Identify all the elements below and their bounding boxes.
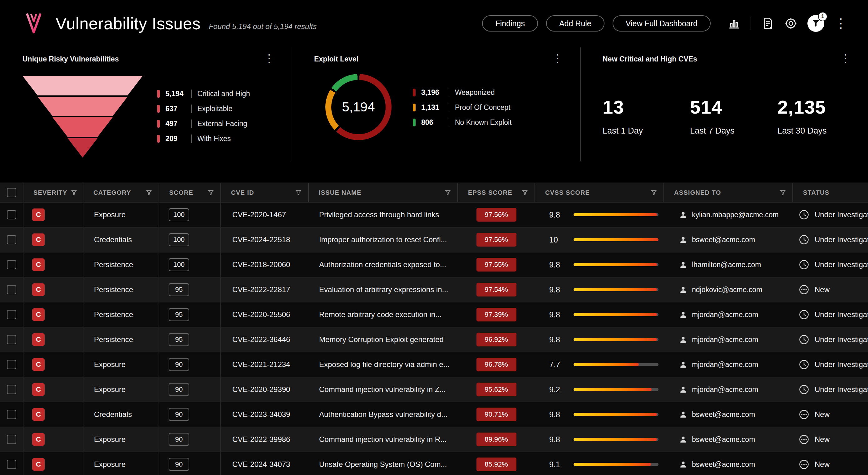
status-cell[interactable]: Under Investigation [793, 202, 868, 227]
severity-cell: C [23, 377, 83, 402]
scan-target-icon[interactable] [784, 17, 798, 30]
score-cell: 95 [159, 327, 221, 352]
status-cell[interactable]: New [793, 452, 868, 475]
column-label: CVSS Score [545, 189, 590, 196]
analytics-chart-icon[interactable] [727, 17, 741, 30]
view-full-dashboard-button[interactable]: View Full Dashboard [613, 15, 711, 32]
kebab-menu-icon[interactable]: ⋮ [834, 17, 847, 30]
cve-id-cell[interactable]: CVE-2020-29390 [221, 377, 308, 402]
column-header-issue-name[interactable]: Issue Name [308, 183, 458, 202]
table-row[interactable]: C Persistence 95 CVE-2022-36446 Memory C… [0, 327, 868, 352]
table-row[interactable]: C Credentials 90 CVE-2023-34039 Authenti… [0, 402, 868, 427]
epss-score-badge: 97.55% [476, 258, 517, 272]
column-header-score[interactable]: Score [159, 183, 221, 202]
filter-button[interactable]: 1 [807, 15, 824, 32]
column-filter-icon[interactable] [779, 189, 786, 196]
toolbar-icons: 1 ⋮ [727, 15, 847, 32]
add-rule-button[interactable]: Add Rule [546, 15, 604, 32]
row-checkbox[interactable] [7, 460, 16, 469]
row-checkbox[interactable] [7, 360, 16, 369]
select-all-header[interactable] [0, 183, 23, 202]
column-header-severity[interactable]: Severity [23, 183, 83, 202]
issue-name-cell[interactable]: Evaluation of arbitrary expressions in..… [308, 277, 458, 302]
cvss-score-fill [574, 388, 652, 391]
issue-name-cell[interactable]: Remote arbitrary code execution in... [308, 302, 458, 327]
donut-total: 5,194 [326, 74, 392, 140]
status-cell[interactable]: Under Investigation [793, 377, 868, 402]
status-cell[interactable]: Under Investigation [793, 327, 868, 352]
issue-name-cell[interactable]: Command injection vulnerability in R... [308, 427, 458, 452]
table-row[interactable]: C Persistence 95 CVE-2022-22817 Evaluati… [0, 277, 868, 302]
row-checkbox[interactable] [7, 335, 16, 344]
panel-kebab-menu-icon[interactable]: ⋮ [840, 52, 851, 65]
issue-name-cell[interactable]: Memory Corruption Exploit generated [308, 327, 458, 352]
issue-name-cell[interactable]: Privileged access through hard links [308, 202, 458, 227]
column-header-cvss-score[interactable]: CVSS Score [535, 183, 664, 202]
column-filter-icon[interactable] [521, 189, 528, 196]
epss-score-cell: 96.92% [458, 327, 535, 352]
cvss-score-bar [574, 238, 658, 241]
report-document-icon[interactable] [761, 17, 774, 30]
cve-id-cell[interactable]: CVE-2022-22817 [221, 277, 308, 302]
column-header-assigned-to[interactable]: Assigned To [664, 183, 793, 202]
legend-marker [413, 89, 415, 96]
status-cell[interactable]: Under Investigation [793, 302, 868, 327]
column-header-epss-score[interactable]: EPSS Score [458, 183, 535, 202]
column-filter-icon[interactable] [650, 189, 657, 196]
table-row[interactable]: C Exposure 90 CVE-2022-39986 Command inj… [0, 427, 868, 452]
row-checkbox[interactable] [7, 385, 16, 394]
cve-id-cell[interactable]: CVE-2018-20060 [221, 252, 308, 277]
table-row[interactable]: C Persistence 95 CVE-2020-25506 Remote a… [0, 302, 868, 327]
status-icon [798, 334, 810, 345]
status-cell[interactable]: Under Investigation [793, 352, 868, 377]
column-header-status[interactable]: Status [793, 183, 868, 202]
row-checkbox[interactable] [7, 435, 16, 444]
cve-id-cell[interactable]: CVE-2021-21234 [221, 352, 308, 377]
issue-name-cell[interactable]: Unsafe Operating System (OS) Com... [308, 452, 458, 475]
row-checkbox[interactable] [7, 285, 16, 294]
issue-name-cell[interactable]: Authentication Bypass vulnerability d... [308, 402, 458, 427]
cve-id-cell[interactable]: CVE-2022-36446 [221, 327, 308, 352]
status-cell[interactable]: New [793, 427, 868, 452]
status-label: Under Investigation [815, 235, 868, 244]
row-checkbox[interactable] [7, 260, 16, 269]
status-cell[interactable]: Under Investigation [793, 227, 868, 252]
issue-name-cell[interactable]: Authorization credentials exposed to... [308, 252, 458, 277]
issue-name-cell[interactable]: Improper authorization to reset Confl... [308, 227, 458, 252]
column-filter-icon[interactable] [146, 189, 152, 196]
issue-name-cell[interactable]: Command injection vulnerability in Z... [308, 377, 458, 402]
status-cell[interactable]: New [793, 277, 868, 302]
issue-name-cell[interactable]: Exposed log file directory via admin e..… [308, 352, 458, 377]
column-header-cve-id[interactable]: CVE ID [221, 183, 308, 202]
row-checkbox[interactable] [7, 210, 16, 219]
table-row[interactable]: C Exposure 90 CVE-2020-29390 Command inj… [0, 377, 868, 402]
funnel-layer [23, 76, 143, 95]
status-cell[interactable]: New [793, 402, 868, 427]
column-filter-icon[interactable] [70, 189, 78, 196]
column-filter-icon[interactable] [207, 189, 214, 196]
panel-kebab-menu-icon[interactable]: ⋮ [264, 52, 275, 65]
cve-id-cell[interactable]: CVE-2024-34073 [221, 452, 308, 475]
row-checkbox[interactable] [7, 410, 16, 419]
column-filter-icon[interactable] [295, 189, 302, 196]
cve-id-cell[interactable]: CVE-2020-25506 [221, 302, 308, 327]
cve-id-cell[interactable]: CVE-2022-39986 [221, 427, 308, 452]
table-row[interactable]: C Exposure 90 CVE-2021-21234 Exposed log… [0, 352, 868, 377]
table-row[interactable]: C Persistence 100 CVE-2018-20060 Authori… [0, 252, 868, 277]
column-header-category[interactable]: Category [83, 183, 159, 202]
row-checkbox[interactable] [7, 310, 16, 319]
findings-button[interactable]: Findings [482, 15, 538, 32]
cve-id-cell[interactable]: CVE-2020-1467 [221, 202, 308, 227]
row-checkbox[interactable] [7, 235, 16, 244]
table-row[interactable]: C Exposure 90 CVE-2024-34073 Unsafe Oper… [0, 452, 868, 475]
cvss-score-cell: 9.8 [535, 327, 664, 352]
table-row[interactable]: C Exposure 100 CVE-2020-1467 Privileged … [0, 202, 868, 227]
column-filter-icon[interactable] [444, 189, 451, 196]
cve-id-cell[interactable]: CVE-2023-34039 [221, 402, 308, 427]
select-all-checkbox[interactable] [7, 188, 16, 197]
cve-id-cell[interactable]: CVE-2024-22518 [221, 227, 308, 252]
panel-kebab-menu-icon[interactable]: ⋮ [552, 52, 563, 65]
status-cell[interactable]: Under Investigation [793, 252, 868, 277]
cvss-score-value: 9.1 [549, 460, 570, 469]
table-row[interactable]: C Credentials 100 CVE-2024-22518 Imprope… [0, 227, 868, 252]
